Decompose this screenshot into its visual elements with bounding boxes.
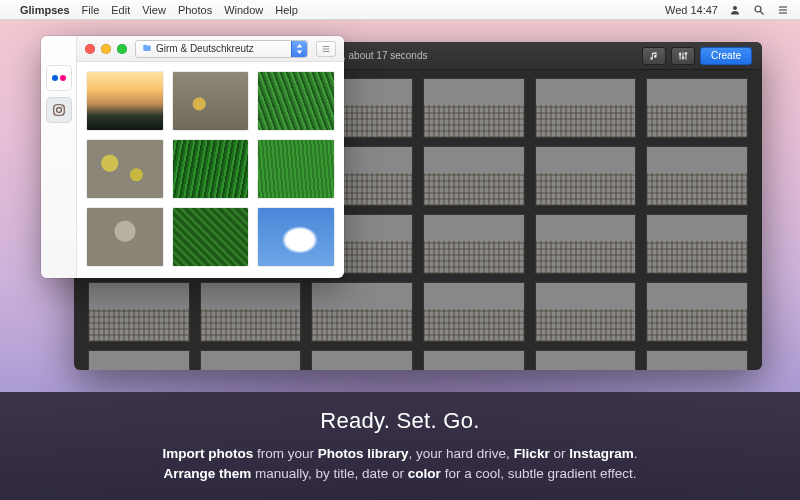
folder-icon xyxy=(142,43,152,55)
main-thumbnail[interactable] xyxy=(311,282,413,342)
caption-headline: Ready. Set. Go. xyxy=(320,408,479,434)
main-thumbnail[interactable] xyxy=(200,282,302,342)
menubar-clock[interactable]: Wed 14:47 xyxy=(665,4,718,16)
user-icon[interactable] xyxy=(728,3,742,17)
main-thumbnail[interactable] xyxy=(423,350,525,370)
menubar-item-file[interactable]: File xyxy=(82,4,100,16)
main-thumbnail[interactable] xyxy=(646,350,748,370)
album-select[interactable]: Girm & Deutschkreutz xyxy=(135,40,308,58)
menubar-item-view[interactable]: View xyxy=(142,4,166,16)
main-thumbnail[interactable] xyxy=(646,282,748,342)
menubar-item-help[interactable]: Help xyxy=(275,4,298,16)
mac-menubar: Glimpses File Edit View Photos Window He… xyxy=(0,0,800,20)
main-thumbnail[interactable] xyxy=(423,78,525,138)
view-mode-toggle[interactable] xyxy=(316,41,336,57)
browser-thumbnail-grid[interactable] xyxy=(77,62,344,278)
source-flickr-button[interactable] xyxy=(47,66,71,90)
notification-center-icon[interactable] xyxy=(776,3,790,17)
zoom-button[interactable] xyxy=(117,44,127,54)
main-thumbnail[interactable] xyxy=(646,146,748,206)
svg-point-1 xyxy=(755,6,761,12)
instagram-icon xyxy=(52,103,66,117)
main-thumbnail[interactable] xyxy=(423,146,525,206)
settings-sliders-button[interactable] xyxy=(671,47,695,65)
browser-thumbnail[interactable] xyxy=(173,72,249,130)
desktop: Glimpses File Edit View Photos Window He… xyxy=(0,0,800,500)
create-button[interactable]: Create xyxy=(700,47,752,65)
window-traffic-lights xyxy=(85,44,127,54)
main-thumbnail[interactable] xyxy=(200,350,302,370)
svg-line-2 xyxy=(761,11,764,14)
minimize-button[interactable] xyxy=(101,44,111,54)
spotlight-search-icon[interactable] xyxy=(752,3,766,17)
svg-point-11 xyxy=(685,52,687,54)
svg-point-9 xyxy=(679,53,681,55)
menubar-app-name[interactable]: Glimpses xyxy=(20,4,70,16)
close-button[interactable] xyxy=(85,44,95,54)
main-thumbnail[interactable] xyxy=(535,214,637,274)
menubar-item-edit[interactable]: Edit xyxy=(111,4,130,16)
browser-thumbnail[interactable] xyxy=(87,208,163,266)
flickr-icon xyxy=(52,75,66,81)
menubar-item-photos[interactable]: Photos xyxy=(178,4,212,16)
menubar-item-window[interactable]: Window xyxy=(224,4,263,16)
dropdown-arrows-icon xyxy=(291,41,307,57)
browser-thumbnail[interactable] xyxy=(87,72,163,130)
browser-thumbnail[interactable] xyxy=(258,72,334,130)
browser-thumbnail[interactable] xyxy=(258,140,334,198)
menubar-status-area: Wed 14:47 xyxy=(665,3,790,17)
main-thumbnail[interactable] xyxy=(646,78,748,138)
source-sidebar xyxy=(41,36,77,278)
browser-thumbnail[interactable] xyxy=(173,208,249,266)
main-thumbnail[interactable] xyxy=(88,282,190,342)
svg-point-0 xyxy=(733,6,737,10)
browser-thumbnail[interactable] xyxy=(173,140,249,198)
svg-point-13 xyxy=(56,108,61,113)
caption-body: Import photos from your Photos library, … xyxy=(163,444,638,483)
music-button[interactable] xyxy=(642,47,666,65)
album-browser-window: Girm & Deutschkreutz xyxy=(41,36,344,278)
main-thumbnail[interactable] xyxy=(88,350,190,370)
menubar-app-menus: Glimpses File Edit View Photos Window He… xyxy=(20,4,298,16)
main-thumbnail[interactable] xyxy=(423,282,525,342)
marketing-caption: Ready. Set. Go. Import photos from your … xyxy=(0,392,800,500)
svg-point-14 xyxy=(61,106,62,107)
main-thumbnail[interactable] xyxy=(535,350,637,370)
source-instagram-button[interactable] xyxy=(47,98,71,122)
browser-thumbnail[interactable] xyxy=(87,140,163,198)
browser-titlebar: Girm & Deutschkreutz xyxy=(77,36,344,62)
svg-point-10 xyxy=(682,56,684,58)
main-thumbnail[interactable] xyxy=(311,350,413,370)
svg-rect-12 xyxy=(53,105,64,116)
main-thumbnail[interactable] xyxy=(646,214,748,274)
album-name: Girm & Deutschkreutz xyxy=(156,43,254,54)
browser-thumbnail[interactable] xyxy=(258,208,334,266)
main-thumbnail[interactable] xyxy=(535,282,637,342)
main-thumbnail[interactable] xyxy=(423,214,525,274)
main-thumbnail[interactable] xyxy=(535,78,637,138)
main-thumbnail[interactable] xyxy=(535,146,637,206)
